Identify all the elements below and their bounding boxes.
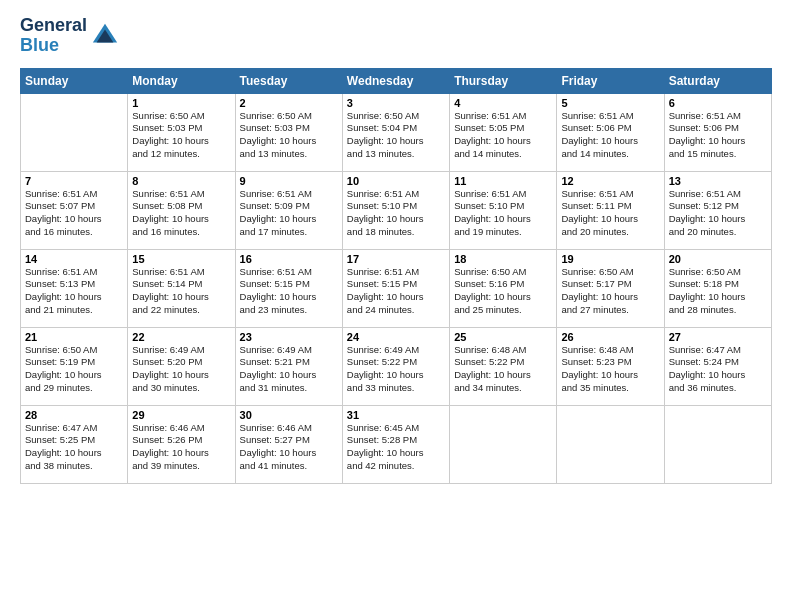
day-cell: 20Sunrise: 6:50 AM Sunset: 5:18 PM Dayli… <box>664 249 771 327</box>
logo-text: GeneralBlue <box>20 16 87 56</box>
day-info: Sunrise: 6:50 AM Sunset: 5:18 PM Dayligh… <box>669 266 767 317</box>
col-header-thursday: Thursday <box>450 68 557 93</box>
logo-icon <box>91 22 119 50</box>
calendar-container: GeneralBlue SundayMondayTuesdayWednesday… <box>0 0 792 494</box>
day-info: Sunrise: 6:49 AM Sunset: 5:21 PM Dayligh… <box>240 344 338 395</box>
day-info: Sunrise: 6:51 AM Sunset: 5:09 PM Dayligh… <box>240 188 338 239</box>
calendar-table: SundayMondayTuesdayWednesdayThursdayFrid… <box>20 68 772 484</box>
day-cell: 2Sunrise: 6:50 AM Sunset: 5:03 PM Daylig… <box>235 93 342 171</box>
day-number: 20 <box>669 253 767 265</box>
day-number: 5 <box>561 97 659 109</box>
day-info: Sunrise: 6:49 AM Sunset: 5:20 PM Dayligh… <box>132 344 230 395</box>
col-header-sunday: Sunday <box>21 68 128 93</box>
day-info: Sunrise: 6:46 AM Sunset: 5:26 PM Dayligh… <box>132 422 230 473</box>
day-cell: 18Sunrise: 6:50 AM Sunset: 5:16 PM Dayli… <box>450 249 557 327</box>
day-info: Sunrise: 6:50 AM Sunset: 5:04 PM Dayligh… <box>347 110 445 161</box>
day-number: 30 <box>240 409 338 421</box>
day-number: 28 <box>25 409 123 421</box>
day-info: Sunrise: 6:51 AM Sunset: 5:15 PM Dayligh… <box>347 266 445 317</box>
header: GeneralBlue <box>20 16 772 56</box>
day-number: 24 <box>347 331 445 343</box>
day-info: Sunrise: 6:50 AM Sunset: 5:19 PM Dayligh… <box>25 344 123 395</box>
day-cell: 6Sunrise: 6:51 AM Sunset: 5:06 PM Daylig… <box>664 93 771 171</box>
day-number: 27 <box>669 331 767 343</box>
day-info: Sunrise: 6:50 AM Sunset: 5:03 PM Dayligh… <box>132 110 230 161</box>
day-cell <box>664 405 771 483</box>
day-cell: 16Sunrise: 6:51 AM Sunset: 5:15 PM Dayli… <box>235 249 342 327</box>
day-number: 10 <box>347 175 445 187</box>
day-info: Sunrise: 6:51 AM Sunset: 5:13 PM Dayligh… <box>25 266 123 317</box>
day-number: 26 <box>561 331 659 343</box>
day-cell <box>450 405 557 483</box>
day-number: 23 <box>240 331 338 343</box>
day-number: 16 <box>240 253 338 265</box>
day-cell: 26Sunrise: 6:48 AM Sunset: 5:23 PM Dayli… <box>557 327 664 405</box>
day-info: Sunrise: 6:51 AM Sunset: 5:08 PM Dayligh… <box>132 188 230 239</box>
day-number: 14 <box>25 253 123 265</box>
day-info: Sunrise: 6:49 AM Sunset: 5:22 PM Dayligh… <box>347 344 445 395</box>
day-cell: 15Sunrise: 6:51 AM Sunset: 5:14 PM Dayli… <box>128 249 235 327</box>
column-headers: SundayMondayTuesdayWednesdayThursdayFrid… <box>21 68 772 93</box>
day-info: Sunrise: 6:47 AM Sunset: 5:25 PM Dayligh… <box>25 422 123 473</box>
day-cell: 1Sunrise: 6:50 AM Sunset: 5:03 PM Daylig… <box>128 93 235 171</box>
day-number: 8 <box>132 175 230 187</box>
day-info: Sunrise: 6:51 AM Sunset: 5:06 PM Dayligh… <box>669 110 767 161</box>
day-cell: 21Sunrise: 6:50 AM Sunset: 5:19 PM Dayli… <box>21 327 128 405</box>
week-row-2: 7Sunrise: 6:51 AM Sunset: 5:07 PM Daylig… <box>21 171 772 249</box>
day-cell: 28Sunrise: 6:47 AM Sunset: 5:25 PM Dayli… <box>21 405 128 483</box>
day-number: 21 <box>25 331 123 343</box>
day-cell: 10Sunrise: 6:51 AM Sunset: 5:10 PM Dayli… <box>342 171 449 249</box>
day-cell: 7Sunrise: 6:51 AM Sunset: 5:07 PM Daylig… <box>21 171 128 249</box>
day-number: 13 <box>669 175 767 187</box>
day-number: 7 <box>25 175 123 187</box>
day-info: Sunrise: 6:48 AM Sunset: 5:23 PM Dayligh… <box>561 344 659 395</box>
day-cell: 13Sunrise: 6:51 AM Sunset: 5:12 PM Dayli… <box>664 171 771 249</box>
day-info: Sunrise: 6:48 AM Sunset: 5:22 PM Dayligh… <box>454 344 552 395</box>
day-number: 1 <box>132 97 230 109</box>
day-info: Sunrise: 6:51 AM Sunset: 5:10 PM Dayligh… <box>347 188 445 239</box>
week-row-3: 14Sunrise: 6:51 AM Sunset: 5:13 PM Dayli… <box>21 249 772 327</box>
day-cell: 11Sunrise: 6:51 AM Sunset: 5:10 PM Dayli… <box>450 171 557 249</box>
day-info: Sunrise: 6:51 AM Sunset: 5:06 PM Dayligh… <box>561 110 659 161</box>
day-cell: 22Sunrise: 6:49 AM Sunset: 5:20 PM Dayli… <box>128 327 235 405</box>
day-cell: 29Sunrise: 6:46 AM Sunset: 5:26 PM Dayli… <box>128 405 235 483</box>
week-row-1: 1Sunrise: 6:50 AM Sunset: 5:03 PM Daylig… <box>21 93 772 171</box>
week-row-5: 28Sunrise: 6:47 AM Sunset: 5:25 PM Dayli… <box>21 405 772 483</box>
day-cell <box>21 93 128 171</box>
day-info: Sunrise: 6:46 AM Sunset: 5:27 PM Dayligh… <box>240 422 338 473</box>
day-number: 4 <box>454 97 552 109</box>
day-info: Sunrise: 6:50 AM Sunset: 5:03 PM Dayligh… <box>240 110 338 161</box>
day-info: Sunrise: 6:51 AM Sunset: 5:12 PM Dayligh… <box>669 188 767 239</box>
day-info: Sunrise: 6:51 AM Sunset: 5:05 PM Dayligh… <box>454 110 552 161</box>
day-cell: 25Sunrise: 6:48 AM Sunset: 5:22 PM Dayli… <box>450 327 557 405</box>
day-number: 9 <box>240 175 338 187</box>
day-number: 19 <box>561 253 659 265</box>
day-number: 15 <box>132 253 230 265</box>
day-info: Sunrise: 6:45 AM Sunset: 5:28 PM Dayligh… <box>347 422 445 473</box>
day-cell: 17Sunrise: 6:51 AM Sunset: 5:15 PM Dayli… <box>342 249 449 327</box>
day-cell: 19Sunrise: 6:50 AM Sunset: 5:17 PM Dayli… <box>557 249 664 327</box>
day-info: Sunrise: 6:51 AM Sunset: 5:07 PM Dayligh… <box>25 188 123 239</box>
day-cell: 12Sunrise: 6:51 AM Sunset: 5:11 PM Dayli… <box>557 171 664 249</box>
day-cell <box>557 405 664 483</box>
col-header-saturday: Saturday <box>664 68 771 93</box>
day-info: Sunrise: 6:51 AM Sunset: 5:14 PM Dayligh… <box>132 266 230 317</box>
day-number: 12 <box>561 175 659 187</box>
day-info: Sunrise: 6:51 AM Sunset: 5:10 PM Dayligh… <box>454 188 552 239</box>
day-number: 3 <box>347 97 445 109</box>
day-number: 17 <box>347 253 445 265</box>
day-info: Sunrise: 6:47 AM Sunset: 5:24 PM Dayligh… <box>669 344 767 395</box>
col-header-wednesday: Wednesday <box>342 68 449 93</box>
day-cell: 5Sunrise: 6:51 AM Sunset: 5:06 PM Daylig… <box>557 93 664 171</box>
day-cell: 27Sunrise: 6:47 AM Sunset: 5:24 PM Dayli… <box>664 327 771 405</box>
col-header-monday: Monday <box>128 68 235 93</box>
day-cell: 8Sunrise: 6:51 AM Sunset: 5:08 PM Daylig… <box>128 171 235 249</box>
day-number: 18 <box>454 253 552 265</box>
day-cell: 30Sunrise: 6:46 AM Sunset: 5:27 PM Dayli… <box>235 405 342 483</box>
col-header-tuesday: Tuesday <box>235 68 342 93</box>
day-info: Sunrise: 6:51 AM Sunset: 5:15 PM Dayligh… <box>240 266 338 317</box>
logo: GeneralBlue <box>20 16 119 56</box>
day-number: 22 <box>132 331 230 343</box>
day-info: Sunrise: 6:50 AM Sunset: 5:17 PM Dayligh… <box>561 266 659 317</box>
day-number: 6 <box>669 97 767 109</box>
